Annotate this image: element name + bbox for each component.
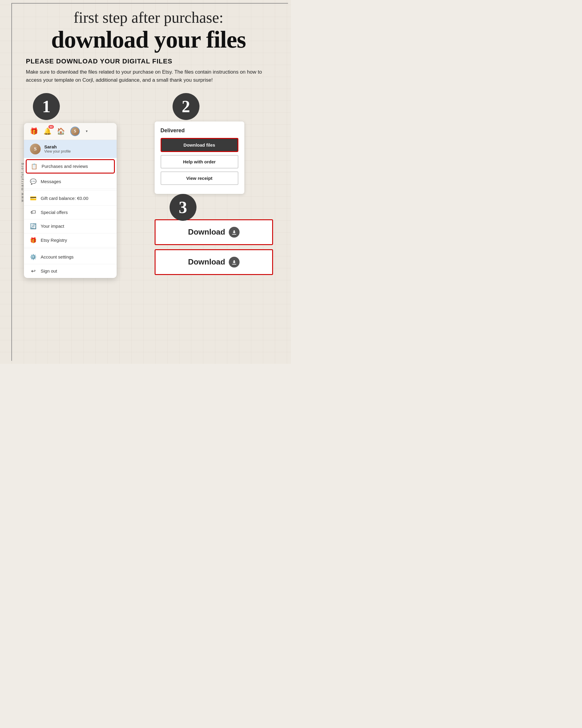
download-icon-2 [229,257,240,267]
profile-section[interactable]: S Sarah View your profile [24,140,117,158]
bell-wrapper: 🔔 50 [43,127,51,135]
registry-icon: 🎁 [30,237,36,243]
profile-avatar: S [30,144,41,154]
download-icon-1 [229,227,240,238]
vertical-website-text: www.marryful.org [20,162,24,202]
main-title: download your files [24,28,273,51]
user-avatar[interactable]: S [70,127,80,136]
download-button-2[interactable]: Download [155,249,273,275]
description-heading: PLEASE DOWNLOAD YOUR DIGITAL FILES [26,57,271,65]
menu-item-messages[interactable]: 💬 Messages [24,175,117,189]
menu-item-sign-out[interactable]: ↩ Sign out [24,264,117,278]
header-section: first step after purchase: download your… [24,6,273,51]
profile-text: Sarah View your profile [44,144,71,154]
giftcard-label: Gift card balance: €0.00 [41,196,88,201]
menu-separator-2 [24,249,117,249]
giftcard-icon: 💳 [30,195,36,202]
help-with-order-button[interactable]: Help with order [161,155,238,168]
profile-name: Sarah [44,144,71,149]
dropdown-arrow-icon[interactable]: ▼ [85,130,88,133]
menu-item-your-impact[interactable]: 🔄 Your impact [24,219,117,233]
menu-item-special-offers[interactable]: 🏷 Special offers [24,206,117,219]
steps-container: 1 🎁 🔔 50 🏠 S ▼ S [24,93,273,279]
etsy-menu-mockup: 🎁 🔔 50 🏠 S ▼ S Sarah View your profile [24,123,117,278]
step-2-number: 2 [173,93,200,120]
download-button-1[interactable]: Download [155,219,273,245]
page-wrapper: www.marryful.org first step after purcha… [0,0,291,364]
purchases-label: Purchases and reviews [42,164,88,169]
menu-item-purchases[interactable]: 📋 Purchases and reviews [26,159,115,174]
messages-icon: 💬 [30,178,36,185]
description-section: PLEASE DOWNLOAD YOUR DIGITAL FILES Make … [26,57,271,84]
your-impact-label: Your impact [41,224,64,229]
gift-icon: 🎁 [30,127,38,135]
order-status-mockup: Delivered Download files Help with order… [155,122,244,194]
special-offers-icon: 🏷 [30,209,36,215]
shop-icon: 🏠 [57,127,65,135]
step-1-column: 1 🎁 🔔 50 🏠 S ▼ S [24,93,143,278]
etsy-topbar: 🎁 🔔 50 🏠 S ▼ [24,123,117,140]
menu-item-etsy-registry[interactable]: 🎁 Etsy Registry [24,233,117,248]
download-files-button[interactable]: Download files [161,138,238,152]
svg-rect-0 [232,234,236,235]
settings-icon: ⚙️ [30,254,36,260]
special-offers-label: Special offers [41,210,68,215]
view-receipt-button[interactable]: View receipt [161,172,238,185]
menu-item-account-settings[interactable]: ⚙️ Account settings [24,250,117,264]
notification-badge: 50 [49,125,54,129]
download-buttons-area: Download Download [155,219,273,275]
right-column-inner: 2 Delivered Download files Help with ord… [155,93,273,275]
order-status-label: Delivered [161,127,238,134]
menu-item-giftcard[interactable]: 💳 Gift card balance: €0.00 [24,191,117,206]
step-3-number: 3 [169,194,196,221]
account-settings-label: Account settings [41,254,74,259]
step-right-column: 2 Delivered Download files Help with ord… [155,93,273,279]
purchases-icon: 📋 [31,163,37,170]
download-label-1: Download [188,227,225,237]
messages-label: Messages [41,179,61,184]
view-profile-link[interactable]: View your profile [44,149,71,154]
your-impact-icon: 🔄 [30,223,36,230]
download-label-2: Download [188,257,225,267]
cursive-subtitle: first step after purchase: [24,9,273,26]
svg-rect-1 [232,264,236,264]
description-text: Make sure to download the files related … [26,68,271,84]
step-1-number: 1 [33,93,60,120]
top-border-decoration [11,3,288,4]
left-border-decoration [11,3,12,361]
registry-label: Etsy Registry [41,238,67,243]
menu-separator [24,190,117,190]
sign-out-label: Sign out [41,268,57,274]
signout-icon: ↩ [30,268,36,275]
